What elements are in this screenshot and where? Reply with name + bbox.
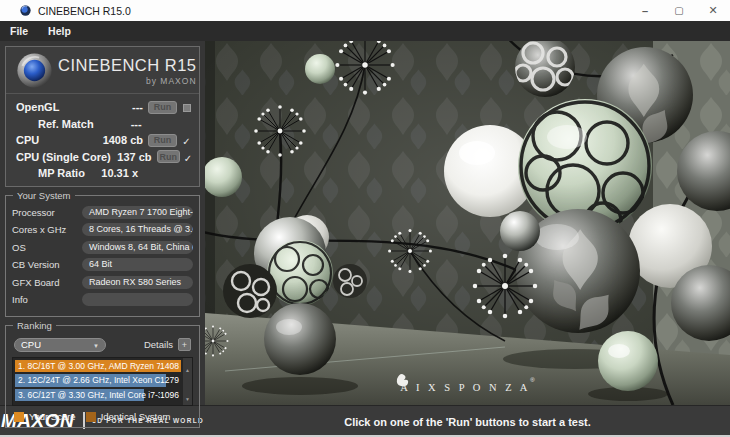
app-name: CINEBENCH R15 [58,56,197,75]
cpu-label: CPU [16,134,91,146]
ranking-row-3[interactable]: 3. 6C/12T @ 3.30 GHz, Intel Core i7-3930… [15,389,181,402]
watermark-text: A I X S P O N Z A [400,382,530,393]
chevron-down-icon [93,339,99,350]
titlebar: CINEBENCH R15.0 [0,0,730,21]
identical-system-swatch [86,412,96,422]
sys-row-os: OS Windows 8, 64 Bit, China (build 9200) [12,241,193,254]
window-title: CINEBENCH R15.0 [38,5,628,17]
ranking-list: 1. 8C/16T @ 3.00 GHz, AMD Ryzen 7 1700 E… [12,357,193,407]
cpu-value: 1408 cb [91,134,143,146]
app-icon [20,5,31,16]
cores-value: 8 Cores, 16 Threads @ 3.00 GHz [82,223,193,236]
ranking-scrollbar[interactable] [183,358,192,406]
mp-ratio-label: MP Ratio [16,167,86,179]
cinebench-logo-icon [16,52,53,89]
your-system-title: Your System [13,190,75,201]
logo-row: CINEBENCH R15 by MAXON [6,47,199,94]
details-button[interactable]: + [178,338,191,351]
cpu-single-label: CPU (Single Core) [16,151,111,163]
menu-file[interactable]: File [0,25,38,37]
bench-row-cpu: CPU 1408 cb Run [6,132,199,149]
opengl-run-button[interactable]: Run [148,101,177,114]
ranking-row-1[interactable]: 1. 8C/16T @ 3.00 GHz, AMD Ryzen 7 1700 E… [15,360,181,373]
scroll-down-icon[interactable] [185,387,190,405]
ranking-row-2[interactable]: 2. 12C/24T @ 2.66 GHz, Intel Xeon CPU X5… [15,374,181,387]
cb-version-value: 64 Bit [82,258,193,271]
details-label: Details [144,339,173,350]
bench-row-cpu-single: CPU (Single Core) 137 cb Run [6,149,199,166]
cpu-run-button[interactable]: Run [148,134,177,147]
cpu-single-run-button[interactable]: Run [157,150,180,163]
bench-row-opengl: OpenGL --- Run [6,99,199,116]
info-value [82,293,193,306]
ranking-group: Ranking CPU Details + 1. 8C/16T @ 3.00 G… [5,325,200,429]
sys-row-info: Info [12,293,193,306]
render-image [205,41,730,405]
sys-row-cores: Cores x GHz 8 Cores, 16 Threads @ 3.00 G… [12,223,193,236]
opengl-checkbox[interactable] [183,104,191,112]
ranking-legend: Your Score Identical System [12,411,193,422]
maximize-button[interactable] [662,0,696,21]
sys-row-processor: Processor AMD Ryzen 7 1700 Eight-Core Pr… [12,206,193,219]
app-window: CINEBENCH R15.0 File Help [0,0,730,437]
left-panel: CINEBENCH R15 by MAXON OpenGL --- Run Re… [0,41,205,405]
cpu-check-icon [182,131,190,148]
menubar: File Help [0,21,730,41]
results-box: CINEBENCH R15 by MAXON OpenGL --- Run Re… [5,46,200,187]
mp-ratio-value: 10.31 x [86,167,138,179]
your-system-group: Your System Processor AMD Ryzen 7 1700 E… [5,195,200,317]
cpu-single-check-icon [184,148,192,165]
your-score-swatch [14,412,24,422]
gfx-value: Radeon RX 580 Series [82,276,193,289]
sys-row-cb-version: CB Version 64 Bit [12,258,193,271]
opengl-value: --- [91,101,143,113]
menu-help[interactable]: Help [38,25,81,37]
os-value: Windows 8, 64 Bit, China (build 9200) [82,241,193,254]
bench-row-mp-ratio: MP Ratio 10.31 x [6,165,199,182]
close-button[interactable] [696,0,730,21]
bench-row-refmatch: Ref. Match --- [6,116,199,133]
watermark-registered: ® [530,377,534,383]
sys-row-gfx: GFX Board Radeon RX 580 Series [12,276,193,289]
ranking-filter-select[interactable]: CPU [14,338,106,352]
scroll-up-icon[interactable] [185,358,190,376]
minimize-button[interactable] [628,0,662,21]
app-byline: by MAXON [58,76,197,86]
refmatch-label: Ref. Match [16,118,94,130]
status-message: Click on one of the 'Run' buttons to sta… [344,416,591,428]
processor-value: AMD Ryzen 7 1700 Eight-Core Processor [82,206,193,219]
refmatch-value: --- [94,118,142,130]
render-scene: A I X S P O N Z A® [205,41,730,405]
ranking-title: Ranking [13,320,56,331]
opengl-label: OpenGL [16,101,91,113]
cpu-single-value: 137 cb [111,151,152,163]
